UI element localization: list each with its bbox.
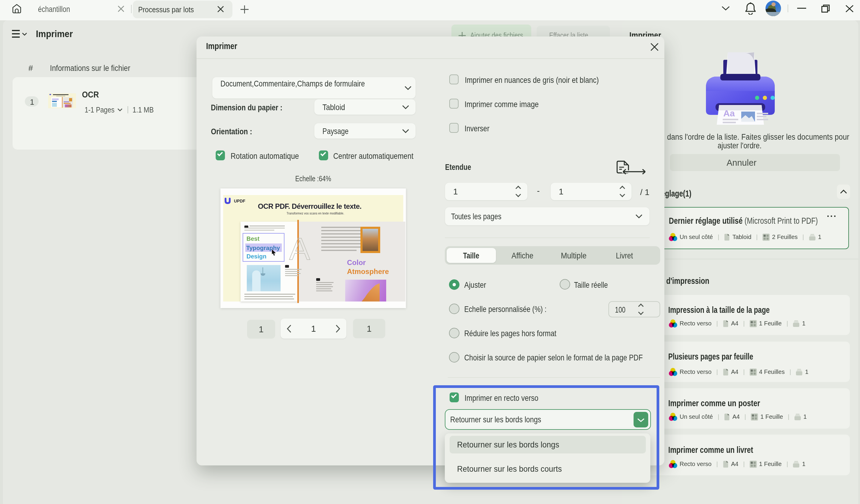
svg-text:Aa: Aa (723, 108, 735, 118)
